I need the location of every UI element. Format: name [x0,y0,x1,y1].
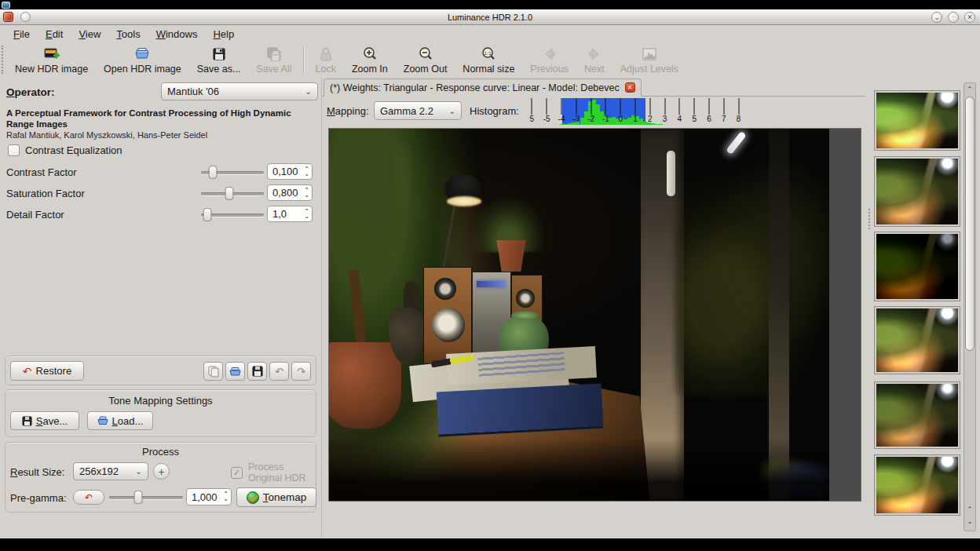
undo-icon: ↶ [275,366,283,378]
operator-paper-title: A Perceptual Framework for Contrast Proc… [6,108,319,130]
detail-factor-label: Detail Factor [6,209,64,221]
operator-select[interactable]: Mantiuk '06 ⌄ [161,82,318,100]
thumbnail-image [876,308,958,372]
exposure-thumbnail-5[interactable] [874,381,960,449]
load-settings-file-button[interactable]: Load... [87,411,153,430]
menu-windows[interactable]: Windows [149,27,205,42]
mapping-select[interactable]: Gamma 2.2 ⌄ [374,101,462,120]
spin-arrows-icon[interactable]: ⌃⌄ [304,188,309,198]
exposure-thumbnail-2[interactable] [874,156,960,227]
maximize-button[interactable]: ◦ [948,12,959,23]
save-settings-button[interactable] [247,362,267,381]
slider-handle[interactable] [209,166,218,179]
pre-gamma-label: Pre-gamma: [10,492,67,504]
chevron-down-icon: ⌄ [136,467,142,476]
normal-size-icon: 1:1 [480,46,497,63]
next-icon [586,46,603,63]
next-frame-button[interactable]: Next [576,43,612,76]
contrast-equalization-checkbox[interactable]: Contrast Equalization [8,144,122,156]
spin-arrows-icon[interactable]: ⌃⌄ [223,492,229,502]
zoom-out-button[interactable]: Zoom Out [396,43,455,76]
image-viewport[interactable] [328,128,861,502]
slider-handle[interactable] [203,208,212,221]
window-titlebar[interactable]: Luminance HDR 2.1.0 ⌄ ◦ ✕ [0,9,980,25]
exposure-thumbnail-3[interactable] [874,232,960,301]
menubar: File Edit View Tools Windows Help [0,25,980,42]
exposure-thumbnail-1[interactable] [874,90,960,151]
tone-mapping-settings-title: Tone Mapping Settings [5,395,316,407]
saturation-factor-label: Saturation Factor [6,188,85,199]
contrast-factor-slider[interactable] [201,163,264,181]
tab-close-icon[interactable]: ✕ [625,82,635,93]
screen-bottom-strip [0,538,980,551]
load-settings-button[interactable] [225,362,245,381]
app-window: File Edit View Tools Windows Help New HD… [0,25,980,538]
pre-gamma-reset-button[interactable]: ↶ [73,490,104,505]
plus-icon: + [158,465,164,478]
minimize-button[interactable]: ⌄ [931,12,942,23]
spin-arrows-icon[interactable]: ⌃⌄ [304,210,309,219]
menu-file[interactable]: File [6,27,37,42]
undo-icon: ↶ [85,494,93,501]
slider-handle[interactable] [134,491,143,504]
close-button[interactable]: ✕ [964,12,975,23]
save-as-button[interactable]: Save as... [189,43,249,76]
adjust-levels-button[interactable]: Adjust Levels [612,43,686,76]
hdr-viewer: (*) Weights: Triangular - Response curve… [322,77,868,538]
exposure-thumbnail-6[interactable] [874,454,960,516]
hdr-tab[interactable]: (*) Weights: Triangular - Response curve… [324,78,642,97]
scroll-up-icon[interactable]: ⌃ [964,84,975,95]
copy-settings-button[interactable] [203,362,223,381]
restore-group: ↶ Restore ↶ [5,356,316,385]
result-size-label: Result Size: [10,466,64,478]
thumbnails-scrollbar[interactable]: ⌃ ⌃ ⌄ [964,82,976,531]
save-all-button[interactable]: Save All [248,43,299,76]
scroll-down-icon[interactable]: ⌄ [964,516,975,527]
menu-help[interactable]: Help [206,27,241,42]
undo-icon: ↶ [23,367,32,375]
saturation-factor-spinbox[interactable]: 0,800 ⌃⌄ [267,184,313,201]
zoom-out-icon [417,46,434,63]
detail-factor-slider[interactable] [201,206,264,223]
photo-plant-pot [329,342,401,429]
undo-button: ↶ [269,362,289,381]
tone-mapping-settings-group: Tone Mapping Settings Save... Load... [5,389,316,437]
svg-text:1:1: 1:1 [485,49,492,55]
contrast-factor-spinbox[interactable]: 0,100 ⌃⌄ [267,163,313,180]
detail-factor-spinbox[interactable]: 1,0 ⌃⌄ [267,206,313,222]
open-hdr-image-button[interactable]: Open HDR image [96,43,189,76]
result-size-select[interactable]: 256x192 ⌄ [73,462,148,480]
process-group: Process Result Size: 256x192 ⌄ + ✓ Proce… [5,442,316,513]
luminance-histogram[interactable]: 5-5-4-3-2-1012345678 [525,98,746,125]
spin-arrows-icon[interactable]: ⌃⌄ [304,167,309,177]
exposure-thumbnail-4[interactable] [874,306,960,374]
restore-button[interactable]: ↶ Restore [10,361,84,381]
photo-bottom-shadow [329,439,829,501]
lock-button[interactable]: Lock [308,43,344,76]
hdr-image[interactable] [329,129,829,501]
panel-drag-handle[interactable] [868,209,872,229]
save-settings-file-button[interactable]: Save... [10,411,79,430]
normal-size-button[interactable]: 1:1 Normal size [455,43,522,76]
slider-handle[interactable] [225,187,234,200]
menu-tools[interactable]: Tools [109,27,147,42]
menu-edit[interactable]: Edit [38,27,70,42]
toolbar-drag-handle[interactable] [2,46,7,74]
scrollbar-thumb[interactable] [965,97,975,351]
previous-frame-button[interactable]: Previous [522,43,576,76]
checkbox-box[interactable] [8,144,20,156]
zoom-in-button[interactable]: Zoom In [344,43,396,76]
pre-gamma-spinbox[interactable]: 1,000 ⌃⌄ [186,488,232,505]
scroll-up-icon[interactable]: ⌃ [964,504,975,515]
open-hdr-icon [133,46,151,63]
save-as-icon [210,46,228,63]
tonemap-button[interactable]: Tonemap [236,487,316,507]
operator-label: Operator: [6,86,55,98]
screen-top-strip [0,0,980,9]
menu-view[interactable]: View [71,27,108,42]
contrast-factor-label: Contrast Factor [6,166,77,178]
saturation-factor-slider[interactable] [201,184,264,202]
add-size-button[interactable]: + [153,463,170,480]
new-hdr-image-button[interactable]: New HDR image [7,43,96,76]
pre-gamma-slider[interactable] [109,488,183,505]
